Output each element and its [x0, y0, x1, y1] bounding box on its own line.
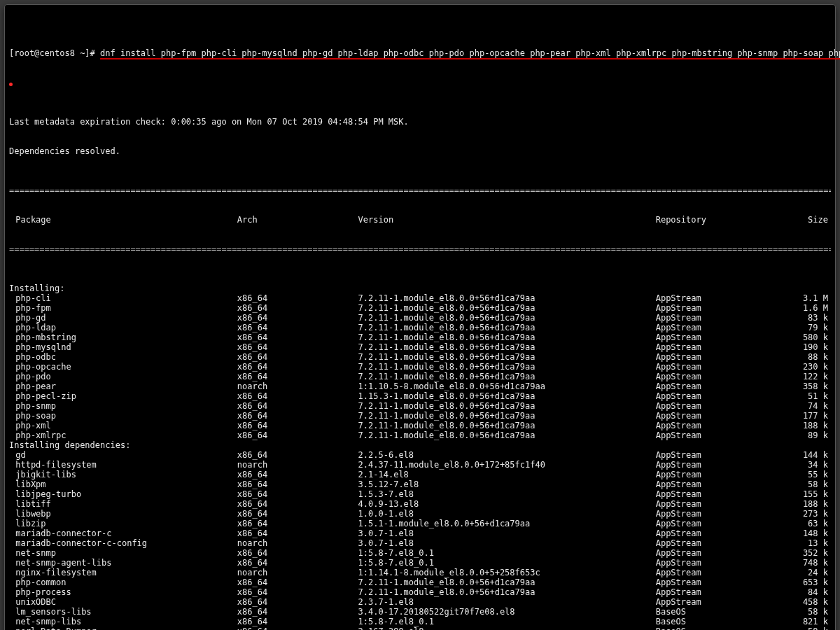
cell-repo: AppStream	[656, 558, 792, 568]
cell-size: 458 k	[792, 597, 831, 607]
cell-package: libwebp	[9, 509, 237, 519]
table-row: php-xmlrpcx86_647.2.11-1.module_el8.0.0+…	[9, 430, 831, 440]
cell-repo: AppStream	[656, 421, 792, 430]
cell-package: net-snmp	[9, 548, 237, 558]
cell-version: 7.2.11-1.module_el8.0.0+56+d1ca79aa	[358, 293, 656, 303]
cell-repo: AppStream	[656, 587, 792, 597]
cell-arch: x86_64	[237, 323, 358, 332]
cell-package: php-mysqlnd	[9, 342, 237, 352]
cell-repo: AppStream	[656, 352, 792, 362]
cell-repo: AppStream	[656, 303, 792, 313]
cell-size: 273 k	[792, 509, 831, 519]
section-title: Installing dependencies:	[9, 440, 831, 450]
cell-size: 58 k	[792, 626, 831, 630]
rule-header: ========================================…	[9, 244, 831, 254]
cell-arch: x86_64	[237, 303, 358, 313]
cell-package: php-common	[9, 578, 237, 587]
cell-package: php-pdo	[9, 372, 237, 382]
cell-package: net-snmp-agent-libs	[9, 558, 237, 568]
table-row: jbigkit-libsx86_642.1-14.el8AppStream55 …	[9, 470, 831, 479]
cell-arch: x86_64	[237, 548, 358, 558]
cell-arch: x86_64	[237, 391, 358, 401]
cell-repo: AppStream	[656, 293, 792, 303]
cell-repo: AppStream	[656, 479, 792, 489]
cell-version: 2.2.5-6.el8	[358, 450, 656, 460]
col-package: Package	[9, 215, 237, 225]
cell-arch: x86_64	[237, 450, 358, 460]
col-size: Size	[792, 215, 831, 225]
table-row: net-snmp-agent-libsx86_641:5.8-7.el8_0.1…	[9, 558, 831, 568]
cell-package: libtiff	[9, 499, 237, 509]
cell-repo: AppStream	[656, 548, 792, 558]
cell-version: 1:5.8-7.el8_0.1	[358, 558, 656, 568]
cell-package: php-snmp	[9, 401, 237, 411]
cell-size: 84 k	[792, 587, 831, 597]
rule-top: ========================================…	[9, 186, 831, 195]
cell-package: gd	[9, 450, 237, 460]
cell-version: 7.2.11-1.module_el8.0.0+56+d1ca79aa	[358, 332, 656, 342]
cell-repo: AppStream	[656, 509, 792, 519]
table-row: gdx86_642.2.5-6.el8AppStream144 k	[9, 450, 831, 460]
cell-arch: x86_64	[237, 313, 358, 323]
cell-version: 3.4.0-17.20180522git70f7e08.el8	[358, 607, 656, 617]
cell-package: mariadb-connector-c-config	[9, 538, 237, 548]
cell-size: 74 k	[792, 401, 831, 411]
table-row: net-snmpx86_641:5.8-7.el8_0.1AppStream35…	[9, 548, 831, 558]
cell-repo: AppStream	[656, 313, 792, 323]
cell-package: php-xmlrpc	[9, 430, 237, 440]
cell-arch: x86_64	[237, 430, 358, 440]
cell-repo: AppStream	[656, 323, 792, 332]
cell-size: 144 k	[792, 450, 831, 460]
table-row: php-soapx86_647.2.11-1.module_el8.0.0+56…	[9, 411, 831, 421]
cell-repo: AppStream	[656, 401, 792, 411]
cell-arch: x86_64	[237, 607, 358, 617]
table-row: php-commonx86_647.2.11-1.module_el8.0.0+…	[9, 578, 831, 587]
cell-package: mariadb-connector-c	[9, 528, 237, 538]
table-header: Package Arch Version Repository Size	[9, 215, 831, 225]
cell-size: 188 k	[792, 499, 831, 509]
cell-arch: x86_64	[237, 558, 358, 568]
table-row: lm_sensors-libsx86_643.4.0-17.20180522gi…	[9, 607, 831, 617]
cell-version: 1:1.10.5-8.module_el8.0.0+56+d1ca79aa	[358, 382, 656, 391]
section-title: Installing:	[9, 284, 831, 293]
cell-package: perl-Data-Dumper	[9, 626, 237, 630]
cell-version: 7.2.11-1.module_el8.0.0+56+d1ca79aa	[358, 587, 656, 597]
table-row: php-ldapx86_647.2.11-1.module_el8.0.0+56…	[9, 323, 831, 332]
cell-version: 7.2.11-1.module_el8.0.0+56+d1ca79aa	[358, 313, 656, 323]
cell-package: unixODBC	[9, 597, 237, 607]
cell-version: 2.3.7-1.el8	[358, 597, 656, 607]
cell-version: 1:5.8-7.el8_0.1	[358, 548, 656, 558]
col-arch: Arch	[237, 215, 358, 225]
cell-size: 24 k	[792, 568, 831, 578]
table-row: unixODBCx86_642.3.7-1.el8AppStream458 k	[9, 597, 831, 607]
cell-size: 155 k	[792, 489, 831, 499]
cell-repo: AppStream	[656, 499, 792, 509]
cell-repo: AppStream	[656, 528, 792, 538]
cell-version: 1:1.14.1-8.module_el8.0.0+5+258f653c	[358, 568, 656, 578]
cell-repo: AppStream	[656, 411, 792, 421]
cell-package: httpd-filesystem	[9, 460, 237, 470]
cell-version: 7.2.11-1.module_el8.0.0+56+d1ca79aa	[358, 303, 656, 313]
cell-repo: AppStream	[656, 538, 792, 548]
cell-repo: AppStream	[656, 450, 792, 460]
cell-version: 3.5.12-7.el8	[358, 479, 656, 489]
cell-arch: x86_64	[237, 509, 358, 519]
cell-arch: x86_64	[237, 470, 358, 479]
cell-arch: x86_64	[237, 587, 358, 597]
cell-arch: noarch	[237, 538, 358, 548]
table-row: php-opcachex86_647.2.11-1.module_el8.0.0…	[9, 362, 831, 372]
cell-size: 230 k	[792, 362, 831, 372]
cell-arch: noarch	[237, 460, 358, 470]
table-row: php-snmpx86_647.2.11-1.module_el8.0.0+56…	[9, 401, 831, 411]
table-row: php-gdx86_647.2.11-1.module_el8.0.0+56+d…	[9, 313, 831, 323]
cell-size: 190 k	[792, 342, 831, 352]
cell-arch: x86_64	[237, 617, 358, 626]
cell-package: nginx-filesystem	[9, 568, 237, 578]
table-row: php-mbstringx86_647.2.11-1.module_el8.0.…	[9, 332, 831, 342]
cell-version: 7.2.11-1.module_el8.0.0+56+d1ca79aa	[358, 362, 656, 372]
cell-repo: AppStream	[656, 430, 792, 440]
table-row: php-clix86_647.2.11-1.module_el8.0.0+56+…	[9, 293, 831, 303]
cell-version: 1.5.1-1.module_el8.0.0+56+d1ca79aa	[358, 519, 656, 528]
cell-repo: BaseOS	[656, 626, 792, 630]
terminal-window[interactable]: [root@centos8 ~]# dnf install php-fpm ph…	[4, 4, 836, 630]
